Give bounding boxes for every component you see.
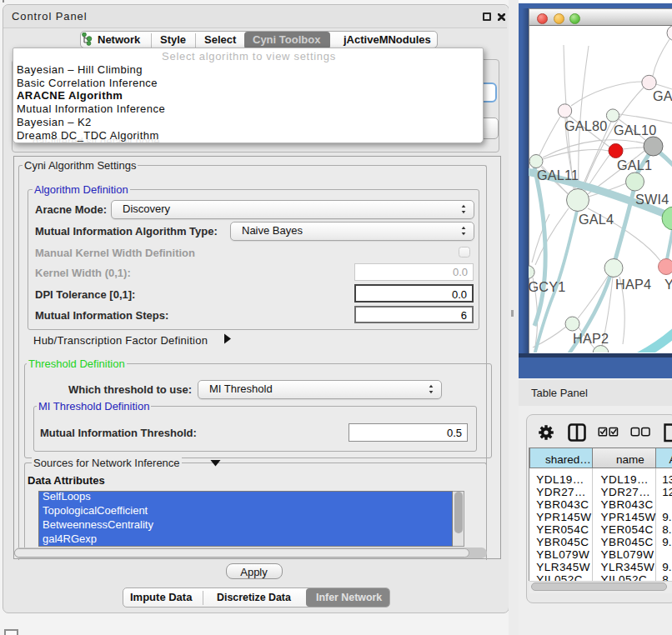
svg-text:GAL1: GAL1: [617, 158, 652, 172]
svg-text:HAP2: HAP2: [573, 331, 609, 346]
svg-text:GAL4: GAL4: [579, 212, 614, 227]
svg-text:SWI4: SWI4: [635, 192, 669, 207]
svg-text:GCY1: GCY1: [529, 279, 565, 294]
svg-text:GAL11: GAL11: [537, 168, 579, 182]
svg-text:YEL: YEL: [664, 277, 672, 292]
svg-text:GAL7: GAL7: [653, 88, 672, 103]
svg-text:HAP4: HAP4: [615, 277, 651, 292]
svg-text:GAL10: GAL10: [614, 122, 656, 138]
svg-text:GAL80: GAL80: [564, 118, 607, 133]
